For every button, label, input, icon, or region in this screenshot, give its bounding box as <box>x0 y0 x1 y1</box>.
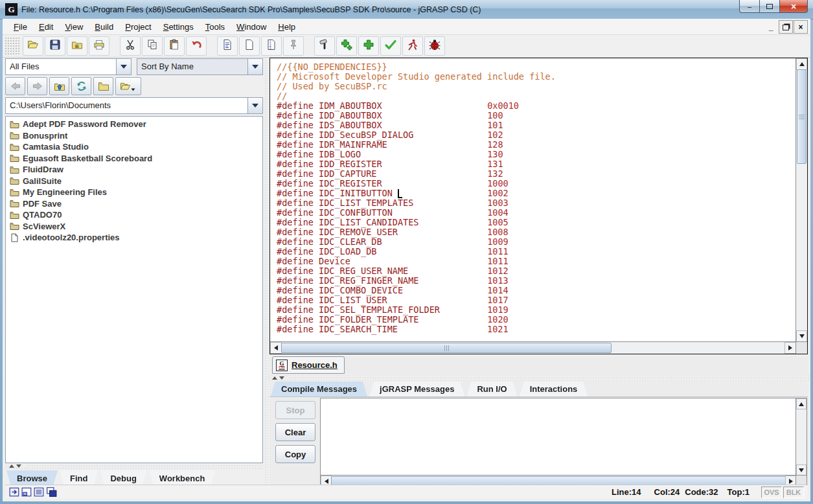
code-line[interactable]: #define IDC_LIST_TEMPLATES 1003 <box>277 198 796 208</box>
menu-item-build[interactable]: Build <box>89 20 119 34</box>
split-view-icon[interactable] <box>21 487 32 498</box>
code-line[interactable]: #define IDD_REGISTER 131 <box>277 159 796 169</box>
menu-item-file[interactable]: File <box>8 20 33 34</box>
message-list-icon[interactable] <box>34 487 45 498</box>
new-window-icon[interactable] <box>9 487 20 498</box>
code-line[interactable]: // Microsoft Developer Studio generated … <box>277 72 796 82</box>
scroll-up-button[interactable] <box>796 398 807 409</box>
code-line[interactable]: #define IDC_LIST_USER 1017 <box>277 295 796 305</box>
left-splitter[interactable] <box>5 463 263 469</box>
code-line[interactable]: #define IDC_REG_USER_NAME 1012 <box>277 266 796 276</box>
scroll-down-button[interactable] <box>796 330 807 342</box>
file-entry[interactable]: .videotoolz20.properties <box>8 232 262 244</box>
menu-item-settings[interactable]: Settings <box>157 20 200 34</box>
up-folder-button[interactable] <box>49 77 69 95</box>
compile-hammer-button[interactable] <box>314 36 335 56</box>
file-entry[interactable]: GalilSuite <box>8 176 262 187</box>
open-file-button[interactable] <box>23 36 43 56</box>
close-button[interactable]: × <box>780 0 808 13</box>
menu-item-window[interactable]: Window <box>231 20 272 34</box>
code-line[interactable]: #define Device 1011 <box>277 257 796 266</box>
file-entry[interactable]: FluidDraw <box>8 164 262 176</box>
code-line[interactable]: #define IDR_MAINFRAME 128 <box>277 140 796 150</box>
code-line[interactable]: #define IDC_COMBO_DEVICE 1014 <box>277 286 796 295</box>
sort-combobox[interactable]: Sort By Name <box>137 58 263 75</box>
file-entry[interactable]: Eguasoft Basketball Scoreboard <box>8 153 262 165</box>
file-filter-combobox[interactable]: All Files <box>5 58 132 75</box>
menu-item-tools[interactable]: Tools <box>200 20 231 34</box>
paste-button[interactable] <box>164 36 185 56</box>
windows-overlap-icon[interactable] <box>46 487 57 498</box>
file-entry[interactable]: QTADO70 <box>8 209 262 221</box>
code-line[interactable]: #define IDD_SecuBSP_DIALOG 102 <box>277 130 796 140</box>
file-entry[interactable]: My Engineering Files <box>8 187 262 198</box>
file-tab-resource-h[interactable]: GCSD Resource.h <box>272 356 345 374</box>
code-line[interactable]: //{{NO_DEPENDENCIES}} <box>277 62 796 72</box>
file-filter-drop-button[interactable] <box>116 59 131 74</box>
copy-button[interactable] <box>142 36 163 56</box>
file-entry[interactable]: PDF Save <box>8 198 262 210</box>
minimize-button[interactable]: – <box>739 0 760 13</box>
menu-item-view[interactable]: View <box>59 20 89 34</box>
code-line[interactable]: #define IDS_ABOUTBOX 101 <box>277 120 796 130</box>
splitter-down-icon[interactable] <box>279 376 284 380</box>
editor-vscrollbar[interactable] <box>796 58 807 342</box>
menu-item-help[interactable]: Help <box>272 20 301 34</box>
code-line[interactable]: // <box>277 91 796 101</box>
mdi-restore-button[interactable] <box>779 20 793 34</box>
file-entry[interactable]: Adept PDF Password Remover <box>8 119 262 130</box>
scroll-up-button[interactable] <box>796 58 807 70</box>
code-line[interactable]: #define IDC_LOAD_DB 1011 <box>277 247 796 257</box>
code-line[interactable]: #define IDC_REMOVE_USER 1008 <box>277 227 796 237</box>
code-line[interactable]: #define IDC_SEARCH_TIME 1021 <box>277 325 796 334</box>
code-line[interactable]: #define IDC_REGISTER 1000 <box>277 179 796 189</box>
csd-generate-button[interactable] <box>217 36 238 56</box>
scroll-down-button[interactable] <box>796 464 807 475</box>
make-button[interactable] <box>336 36 357 56</box>
code-line[interactable]: #define IDC_INITBUTTON 1002 <box>277 189 796 198</box>
sort-drop-button[interactable] <box>247 59 262 74</box>
file-entry[interactable]: Camtasia Studio <box>8 141 262 153</box>
mdi-minimize-button[interactable]: _ <box>764 20 778 34</box>
debug-button[interactable] <box>424 36 445 56</box>
code-line[interactable]: #define IDC_CLEAR_DB 1009 <box>277 237 796 247</box>
path-combobox[interactable]: C:\Users\Florin\Documents <box>5 97 263 114</box>
code-line[interactable]: #define IDC_LIST_CANDIDATES 1005 <box>277 218 796 227</box>
path-drop-button[interactable] <box>247 98 262 113</box>
message-output[interactable] <box>320 398 807 487</box>
undo-button[interactable] <box>186 36 207 56</box>
maximize-button[interactable] <box>760 0 780 13</box>
code-line[interactable]: #define IDD_ABOUTBOX 100 <box>277 111 796 120</box>
folder-open-menu-button[interactable] <box>115 77 141 95</box>
hscroll-thumb[interactable] <box>281 343 612 353</box>
scroll-right-button[interactable] <box>784 342 796 354</box>
code-line[interactable]: // Used by SecuBSP.rc <box>277 82 796 91</box>
toggle-blk[interactable]: BLK <box>783 487 804 498</box>
code-line[interactable]: #define IDC_SEL_TEMPLATE_FOLDER 1019 <box>277 305 796 315</box>
clear-button[interactable]: Clear <box>275 423 315 441</box>
check-button[interactable] <box>380 36 401 56</box>
code-area[interactable]: //{{NO_DEPENDENCIES}}// Microsoft Develo… <box>270 58 796 342</box>
mdi-close-button[interactable]: × <box>794 20 808 34</box>
splitter-up-icon[interactable] <box>9 464 14 468</box>
message-vscrollbar[interactable] <box>796 398 807 475</box>
folder-button[interactable] <box>93 77 113 95</box>
add-button[interactable] <box>358 36 379 56</box>
code-line[interactable]: #define IDD_CAPTURE 132 <box>277 169 796 179</box>
line-numbers-button[interactable]: 123 <box>261 36 282 56</box>
code-line[interactable]: #define IDC_FOLDER_TEMPLATE 1020 <box>277 315 796 325</box>
tab-compile-messages[interactable]: Compile Messages <box>271 382 367 396</box>
save-file-button[interactable] <box>45 36 65 56</box>
code-line[interactable]: #define IDM_ABOUTBOX 0x0010 <box>277 101 796 111</box>
menu-item-project[interactable]: Project <box>119 20 157 34</box>
tab-interactions[interactable]: Interactions <box>520 382 588 396</box>
toolbar-gripper[interactable] <box>5 37 20 55</box>
menu-item-edit[interactable]: Edit <box>33 20 59 34</box>
tab-jgrasp-messages[interactable]: jGRASP Messages <box>369 382 464 396</box>
code-line[interactable]: #define IDB_LOGO 130 <box>277 150 796 159</box>
title-bar[interactable]: G File: Resource.h C:\Program Files (x86… <box>0 0 813 19</box>
copy-button[interactable]: Copy <box>275 445 315 463</box>
toggle-ovs[interactable]: OVS <box>761 487 782 498</box>
code-line[interactable]: #define IDC_CONFBUTTON 1004 <box>277 208 796 218</box>
csd-remove-button[interactable] <box>239 36 260 56</box>
